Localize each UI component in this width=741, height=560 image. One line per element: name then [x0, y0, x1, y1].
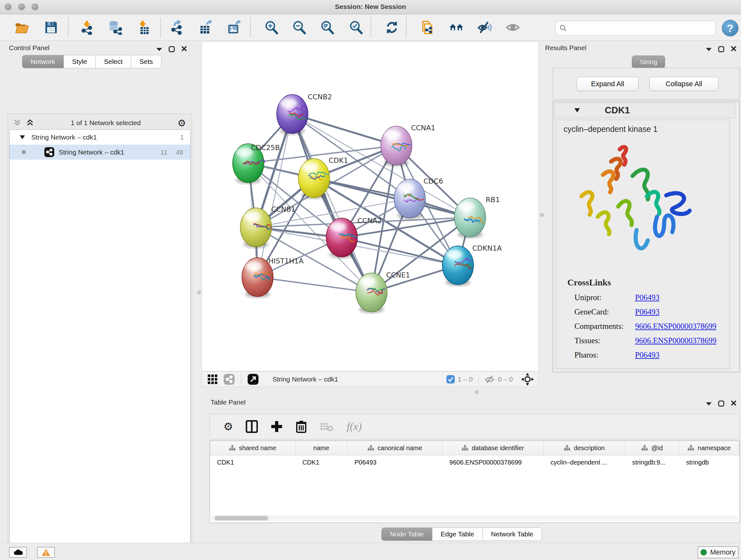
function-builder-icon[interactable]: f(x)	[347, 421, 361, 433]
copy-share-icon[interactable]	[420, 20, 435, 35]
network-graph[interactable]: CCNB2CCNA1CDC25BCDK1CDC6RB1CCNB1CCNA2CDK…	[202, 42, 538, 371]
table-horizontal-scrollbar[interactable]	[211, 515, 738, 521]
edge-CCNB2-HIST1H1A[interactable]	[258, 114, 292, 277]
tab-node-table[interactable]: Node Table	[381, 527, 432, 541]
network-view-icon[interactable]	[224, 374, 234, 385]
node-RB1[interactable]	[455, 198, 486, 238]
column-header-description[interactable]: description	[543, 441, 625, 455]
show-eye-icon[interactable]	[505, 20, 521, 35]
home-pair-icon[interactable]	[449, 20, 464, 35]
import-network-database-icon[interactable]	[107, 20, 122, 35]
open-session-icon[interactable]	[14, 20, 29, 35]
expand-all-button[interactable]: Expand All	[577, 77, 638, 91]
gear-icon[interactable]: ⚙	[178, 118, 186, 129]
node-CCNB2[interactable]	[277, 95, 308, 135]
node-CDK1[interactable]	[298, 159, 330, 199]
column-header-canonical-name[interactable]: canonical name	[347, 441, 442, 455]
import-table-icon[interactable]	[136, 20, 151, 35]
hidden-eye-icon[interactable]	[484, 375, 495, 383]
node-table[interactable]: shared namenamecanonical namedatabase id…	[210, 441, 740, 523]
panel-undock-icon[interactable]	[169, 46, 175, 52]
zoom-in-icon[interactable]	[264, 20, 279, 35]
gene-section-header[interactable]: CDK1	[554, 103, 735, 118]
edge-HIST1H1A-CCNE1[interactable]	[258, 277, 372, 293]
export-network-icon[interactable]	[170, 20, 185, 35]
refresh-icon[interactable]	[384, 20, 400, 35]
expand-all-icon[interactable]	[26, 119, 34, 127]
table-row[interactable]: CDK1CDK1P064939606.ENSP00000378699cyclin…	[210, 455, 739, 470]
collapse-all-button[interactable]: Collapse All	[650, 77, 718, 91]
table-cell[interactable]: cyclin–dependent ...	[543, 455, 625, 470]
crosslink-link[interactable]: P06493	[635, 351, 659, 359]
detach-view-icon[interactable]	[248, 374, 259, 385]
table-cell[interactable]: stringdb:9...	[625, 455, 679, 470]
edge-CDK1-RB1[interactable]	[314, 178, 470, 217]
column-header-shared-name[interactable]: shared name	[210, 441, 295, 455]
import-network-file-icon[interactable]	[79, 20, 94, 35]
panel-close-icon[interactable]: ✕	[181, 44, 188, 54]
crosslink-link[interactable]: P06493	[635, 293, 659, 302]
node-CCNE1[interactable]	[356, 273, 387, 313]
delete-table-icon[interactable]	[320, 421, 334, 432]
add-column-icon[interactable]	[271, 421, 283, 433]
node-CCNA1[interactable]	[381, 126, 412, 166]
cloud-status-button[interactable]	[9, 547, 27, 558]
collapse-all-icon[interactable]	[13, 119, 21, 127]
panel-close-icon[interactable]: ✕	[730, 44, 737, 54]
tab-edge-table[interactable]: Edge Table	[432, 527, 483, 541]
warning-status-button[interactable]	[37, 547, 55, 558]
zoom-out-icon[interactable]	[292, 20, 307, 35]
node-CCNB1[interactable]	[240, 208, 272, 248]
tab-sets[interactable]: Sets	[131, 55, 161, 68]
horizontal-splitter-handle[interactable]	[475, 390, 479, 394]
table-cell[interactable]: 9606.ENSP00000378699	[442, 455, 543, 470]
search-field[interactable]	[555, 21, 716, 36]
export-image-icon[interactable]	[226, 20, 242, 35]
network-canvas[interactable]: CCNB2CCNA1CDC25BCDK1CDC6RB1CCNB1CCNA2CDK…	[202, 42, 539, 371]
grid-view-icon[interactable]	[207, 374, 218, 385]
column-header-database-identifier[interactable]: database identifier	[442, 441, 543, 455]
edge-CCNB2-CCNE1[interactable]	[292, 114, 372, 293]
zoom-fit-icon[interactable]	[320, 20, 335, 35]
panel-float-icon[interactable]	[705, 401, 712, 406]
birds-eye-icon[interactable]	[521, 373, 534, 386]
table-settings-gear-icon[interactable]: ⚙	[223, 420, 233, 433]
results-scroll-area[interactable]: CDK1 cyclin–dependent kinase 1 CrossLink…	[553, 101, 740, 372]
selected-checkbox-icon[interactable]	[447, 375, 455, 383]
panel-undock-icon[interactable]	[718, 46, 724, 52]
table-cell[interactable]: CDK1	[295, 455, 347, 470]
memory-button[interactable]: Memory	[697, 546, 738, 558]
save-session-icon[interactable]	[44, 20, 59, 35]
panel-close-icon[interactable]: ✕	[730, 398, 737, 408]
panel-float-icon[interactable]	[705, 47, 712, 51]
network-collection-row[interactable]: String Network – cdk1 1	[10, 130, 190, 145]
node-CDKN1A[interactable]	[442, 246, 474, 286]
crosslink-link[interactable]: P06493	[635, 307, 659, 316]
tab-style[interactable]: Style	[64, 55, 96, 68]
delete-column-icon[interactable]	[295, 420, 307, 433]
column-header-name[interactable]: name	[295, 441, 347, 455]
crosslink-link[interactable]: 9606.ENSP00000378699	[635, 322, 717, 330]
table-cell[interactable]: stringdb	[679, 455, 739, 470]
tab-string[interactable]: String	[632, 56, 665, 68]
hide-eye-icon[interactable]	[477, 20, 492, 35]
crosslink-link[interactable]: 9606.ENSP00000378699	[635, 336, 717, 345]
tab-select[interactable]: Select	[95, 55, 131, 68]
column-header--id[interactable]: @id	[625, 441, 679, 455]
edge-CCNB2-CCNA1[interactable]	[292, 114, 396, 145]
column-header-namespace[interactable]: namespace	[679, 441, 739, 455]
panel-float-icon[interactable]	[156, 47, 163, 51]
panel-undock-icon[interactable]	[718, 400, 724, 407]
tab-network-table[interactable]: Network Table	[482, 527, 542, 541]
split-columns-icon[interactable]	[246, 420, 258, 433]
tab-network[interactable]: Network	[22, 55, 64, 68]
scrollbar-thumb[interactable]	[214, 516, 268, 520]
search-input[interactable]	[569, 24, 707, 32]
tree-expanded-icon[interactable]	[20, 135, 25, 139]
table-cell[interactable]: CDK1	[210, 455, 295, 470]
section-expanded-icon[interactable]	[575, 108, 580, 112]
export-table-icon[interactable]	[198, 20, 213, 35]
network-row[interactable]: String Network – cdk1 11 48	[10, 145, 190, 160]
node-CCNA2[interactable]	[326, 218, 357, 258]
left-splitter-handle[interactable]	[197, 291, 201, 294]
